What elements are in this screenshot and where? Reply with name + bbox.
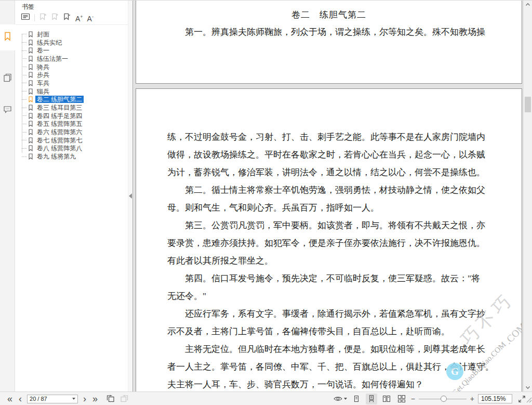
single-page-layout-button[interactable] — [351, 394, 362, 404]
tree-connector — [22, 75, 26, 75]
page-text: 练，不过明金鼓号金，习射、打、击、刺手艺之能。此等事不是在人家房门院墙内做得，故… — [167, 128, 494, 391]
sidebar-tab-pages[interactable] — [0, 67, 15, 90]
page-number-input[interactable]: 20 / 87 — [27, 395, 78, 403]
document-canvas[interactable]: 卷二 练胆气第二 第一。辨真操夫陈师鞠旅，列众于场，谓之操练，尔等知之矣。殊不知… — [133, 1, 524, 391]
prev-page-button[interactable]: ‹ — [16, 395, 25, 403]
bookmark-icon — [28, 129, 33, 135]
next-view-button — [117, 395, 131, 403]
facing-pages-layout-button[interactable] — [381, 394, 392, 404]
bookmark-label: 车兵 — [35, 80, 51, 87]
bookmark-label: 卷一 — [35, 47, 51, 54]
first-page-button[interactable]: « — [4, 395, 16, 403]
bookmark-icon — [28, 88, 33, 95]
continuous-layout-button[interactable] — [366, 394, 377, 404]
text-line: 第四。信口耳发号施令，预先决定，不可临时反复，使三军疑惑。故云："将 — [167, 270, 494, 288]
vertical-scrollbar[interactable] — [524, 1, 532, 391]
bookmark-label: 步兵 — [35, 71, 51, 79]
view-mode-button[interactable] — [334, 396, 347, 402]
bookmark-item[interactable]: 步兵 — [20, 71, 127, 79]
bookmark-label: 封面 — [35, 31, 51, 38]
text-line: 示不及者，主将门上掌号笛，各偏裨传带头目，自百总以上，赴听而谕。 — [167, 323, 494, 341]
bookmark-icon — [28, 153, 33, 160]
bookmark-item[interactable]: 封面 — [20, 30, 127, 38]
bookmark-item[interactable]: 卷二 练胆气第二 — [20, 96, 127, 104]
bookmark-item[interactable]: 骑兵 — [20, 63, 127, 71]
tree-connector — [22, 67, 26, 67]
zoom-level-input[interactable]: 105.15% — [478, 394, 512, 403]
text-line: 要录赏，患难亦须扶持。如犯军令，便是亲子侄亦要依法施行，决不许报施恩仇。 — [167, 234, 494, 252]
sidebar-tab-comments[interactable] — [0, 99, 15, 122]
bookmark-item[interactable]: 卷八 练营阵第八 — [20, 145, 127, 153]
tree-connector — [22, 132, 26, 133]
collapse-panel-icon[interactable] — [129, 193, 132, 199]
bookmark-icon — [28, 47, 33, 54]
bookmark-icon — [4, 32, 11, 43]
navigation-rail — [0, 1, 15, 391]
bookmark-label: 练伍法第一 — [35, 55, 70, 62]
tree-connector — [22, 108, 26, 108]
text-line: 练，不过明金鼓号金，习射、打、击、刺手艺之能。此等事不是在人家房门院墙内 — [167, 128, 494, 146]
facing-continuous-layout-button[interactable] — [396, 394, 407, 404]
font-increase-icon[interactable]: A+ — [75, 13, 83, 22]
chapter-title: 卷二 练胆气第二 — [136, 10, 522, 20]
bookmark-item[interactable]: 卷六 练营阵第六 — [20, 128, 127, 136]
bookmark-item[interactable]: 车兵 — [20, 79, 127, 87]
pdf-page-19: 卷二 练胆气第二 第一。辨真操夫陈师鞠旅，列众于场，谓之操练，尔等知之矣。殊不知… — [136, 1, 522, 84]
bookmark-item[interactable]: 卷三 练耳目第三 — [20, 103, 127, 112]
bookmark-item[interactable]: 卷七 练营阵第七 — [20, 136, 127, 145]
pages-icon — [3, 73, 12, 84]
bookmark-delete-icon — [39, 12, 47, 23]
bookmark-label: 卷七 练营阵第七 — [35, 137, 84, 144]
previous-view-button[interactable] — [104, 395, 117, 403]
text-line: 第三。公赏罚凡赏罚，军中要柄。如该赏者，即与。将领有不共戴天之恨，亦 — [167, 217, 494, 234]
bookmarks-panel: 书签 A+ — [16, 1, 128, 391]
bookmark-label: 卷二 练胆气第二 — [35, 96, 84, 103]
toolbar-separator — [34, 14, 35, 21]
zoom-level-value: 105.15% — [481, 395, 506, 402]
bookmark-label: 辎兵 — [35, 88, 51, 95]
pdf-page-20: 练，不过明金鼓号金，习射、打、击、刺手艺之能。此等事不是在人家房门院墙内做得，故… — [136, 88, 522, 391]
font-decrease-icon[interactable]: A- — [87, 13, 94, 22]
tree-connector — [22, 156, 26, 157]
panel-resize-divider[interactable] — [128, 1, 133, 391]
bookmark-icon — [28, 145, 33, 151]
sidebar-tab-bookmarks[interactable] — [0, 24, 15, 50]
scrollbar-thumb[interactable] — [525, 97, 531, 112]
text-line: 有此者以其所报之罪坐之。 — [167, 252, 494, 270]
last-page-button[interactable]: » — [89, 395, 101, 403]
tree-connector — [22, 83, 26, 83]
resize-grip[interactable] — [525, 396, 532, 405]
tree-connector — [22, 58, 26, 59]
text-line: 无还令。" — [167, 288, 494, 305]
bookmark-item[interactable]: 卷四 练手足第四 — [20, 112, 127, 120]
bookmark-icon — [28, 96, 33, 102]
bookmark-item[interactable]: 练伍法第一 — [20, 55, 127, 63]
text-line: 母。则和气生，气和则心齐。兵虽百万，指呼如一人。 — [167, 199, 494, 217]
list-box-icon[interactable] — [21, 12, 30, 23]
zoom-slider[interactable] — [419, 395, 467, 403]
status-bar: « ‹ 20 / 87 › » — [0, 391, 532, 405]
scroll-down-icon[interactable] — [524, 384, 532, 391]
bookmark-expand-icon[interactable] — [63, 12, 71, 23]
bookmark-item[interactable]: 卷五 练营阵第五 — [20, 120, 127, 128]
scroll-up-icon[interactable] — [524, 1, 532, 8]
chevron-down-icon[interactable] — [72, 398, 75, 400]
bookmark-icon — [28, 56, 33, 62]
bookmark-item[interactable]: 辎兵 — [20, 87, 127, 96]
tree-connector — [22, 50, 26, 51]
bookmark-label: 卷九 练将第九 — [35, 153, 77, 160]
next-page-button[interactable]: › — [80, 395, 89, 403]
text-line: 主将无定位。但凡临时在本地方独尊者，便是。如职位相等，则尊其老成年长 — [167, 341, 494, 358]
watermark-fragment: .COM — [502, 305, 522, 346]
bookmark-item[interactable]: 卷一 — [20, 46, 127, 55]
panel-divider — [16, 24, 128, 25]
bookmark-tree: 封面 练兵实纪 卷一 练伍法第一 — [20, 30, 127, 161]
text-line: 做得，故设教场操练之。平时在各歇家之时，若肯心心在当兵，起念一心，以杀贼 — [167, 146, 494, 164]
bookmark-item[interactable]: 卷九 练将第九 — [20, 152, 127, 161]
bookmark-label: 卷四 练手足第四 — [35, 112, 84, 120]
bookmark-add-icon — [51, 12, 59, 23]
zoom-out-button[interactable]: − — [411, 395, 415, 403]
zoom-slider-thumb[interactable] — [441, 396, 447, 402]
zoom-in-button[interactable]: + — [470, 395, 474, 403]
bookmark-item[interactable]: 练兵实纪 — [20, 38, 127, 47]
